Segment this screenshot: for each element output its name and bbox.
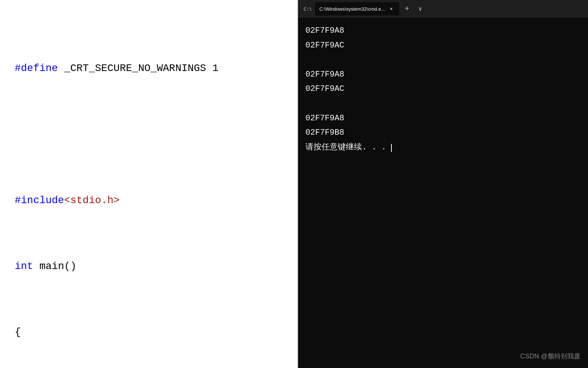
brace-open: { <box>15 326 21 338</box>
define-rest: _CRT_SECURE_NO_WARNINGS 1 <box>58 63 219 74</box>
terminal-tab[interactable]: C:\Windows\system32\cmd.e... × <box>315 2 399 15</box>
terminal-cursor <box>391 144 392 152</box>
code-line-empty1 <box>15 127 283 143</box>
terminal-line-9-prompt: 请按任意键继续. . . <box>305 140 581 155</box>
include-keyword: #include <box>15 195 64 206</box>
terminal-body: 02F7F9A8 02F7F9AC 02F7F9A8 02F7F9AC 02F7… <box>298 18 588 368</box>
terminal-panel: C:\ C:\Windows\system32\cmd.e... × + ∨ 0… <box>298 0 588 368</box>
terminal-tab-label: C:\Windows\system32\cmd.e... <box>319 6 385 12</box>
terminal-line-8: 02F7F9B8 <box>305 125 581 140</box>
terminal-line-5: 02F7F9AC <box>305 82 581 96</box>
csdn-watermark: CSDN @颓特别我废 <box>520 350 581 362</box>
terminal-line-4: 02F7F9A8 <box>305 67 581 82</box>
code-line-brace-open: { <box>15 324 283 341</box>
code-line-define: #define _CRT_SECURE_NO_WARNINGS 1 <box>15 60 283 77</box>
int-keyword-main: int <box>15 261 33 272</box>
terminal-app-icon: C:\ <box>302 4 312 14</box>
code-panel: #define _CRT_SECURE_NO_WARNINGS 1 #inclu… <box>0 0 297 368</box>
terminal-line-6-empty <box>305 96 581 111</box>
terminal-line-2: 02F7F9AC <box>305 38 581 53</box>
terminal-line-7: 02F7F9A8 <box>305 111 581 126</box>
terminal-line-3-empty <box>305 53 581 67</box>
main-rest: main() <box>33 261 76 272</box>
terminal-titlebar: C:\ C:\Windows\system32\cmd.e... × + ∨ <box>298 0 588 18</box>
code-content: #define _CRT_SECURE_NO_WARNINGS 1 #inclu… <box>15 11 283 368</box>
code-line-main: int main() <box>15 258 283 275</box>
code-line-include: #include<stdio.h> <box>15 192 283 209</box>
define-keyword: #define <box>15 63 58 74</box>
terminal-chevron-button[interactable]: ∨ <box>415 4 426 14</box>
terminal-close-button[interactable]: × <box>388 6 395 12</box>
terminal-add-button[interactable]: + <box>402 4 412 14</box>
terminal-line-1: 02F7F9A8 <box>305 24 581 38</box>
svg-text:C:\: C:\ <box>304 6 311 12</box>
include-file: <stdio.h> <box>64 195 119 206</box>
